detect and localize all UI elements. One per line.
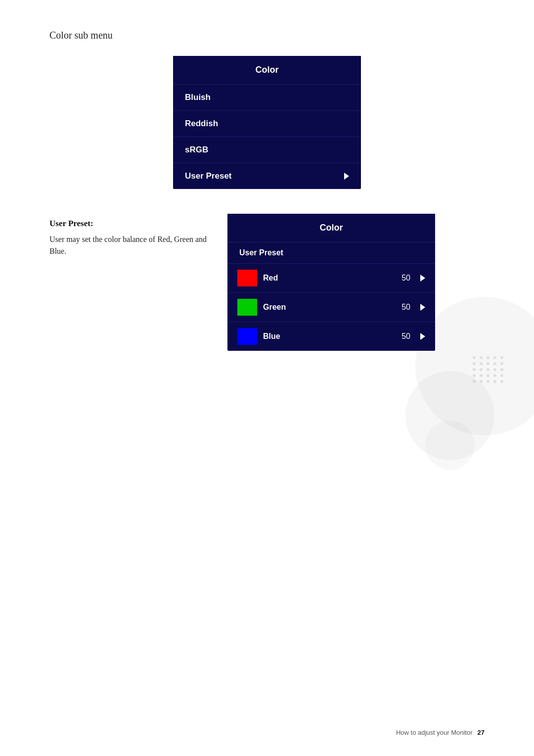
color-menu-panel: Color Bluish Reddish sRGB User Preset [173,56,361,189]
menu-item-bluish[interactable]: Bluish [173,85,361,111]
blue-label: Blue [263,332,396,341]
arrow-right-icon [344,173,349,180]
green-label: Green [263,303,396,312]
user-preset-menu-header: Color [227,214,435,242]
description-section: User Preset: User may set the color bala… [49,214,485,351]
color-row-green[interactable]: Green 50 [227,293,435,322]
menu-item-reddish[interactable]: Reddish [173,111,361,137]
green-arrow-icon [420,304,425,311]
blue-swatch [237,328,257,345]
user-preset-menu-panel: Color User Preset Red 50 Green 50 [227,214,435,351]
color-row-blue[interactable]: Blue 50 [227,322,435,351]
user-preset-label: User Preset: [49,219,208,229]
blue-arrow-icon [420,333,425,340]
red-value: 50 [401,274,410,283]
section-title: Color sub menu [49,30,485,41]
red-arrow-icon [420,275,425,282]
menu-item-srgb[interactable]: sRGB [173,137,361,163]
red-label: Red [263,274,396,283]
user-preset-menu-title: Color [320,223,343,233]
menu-item-user-preset[interactable]: User Preset [173,163,361,189]
color-menu-title: Color [256,65,279,75]
footer-text: How to adjust your Monitor [396,729,473,736]
color-menu-header: Color [173,56,361,85]
green-swatch [237,299,257,316]
red-swatch [237,270,257,286]
blue-value: 50 [401,332,410,341]
description-text: User Preset: User may set the color bala… [49,214,208,257]
user-preset-section-label: User Preset [227,242,435,264]
user-preset-body: User may set the color balance of Red, G… [49,234,208,257]
green-value: 50 [401,303,410,312]
footer-page-number: 27 [478,729,485,736]
color-row-red[interactable]: Red 50 [227,264,435,293]
page-footer: How to adjust your Monitor 27 [396,729,485,736]
